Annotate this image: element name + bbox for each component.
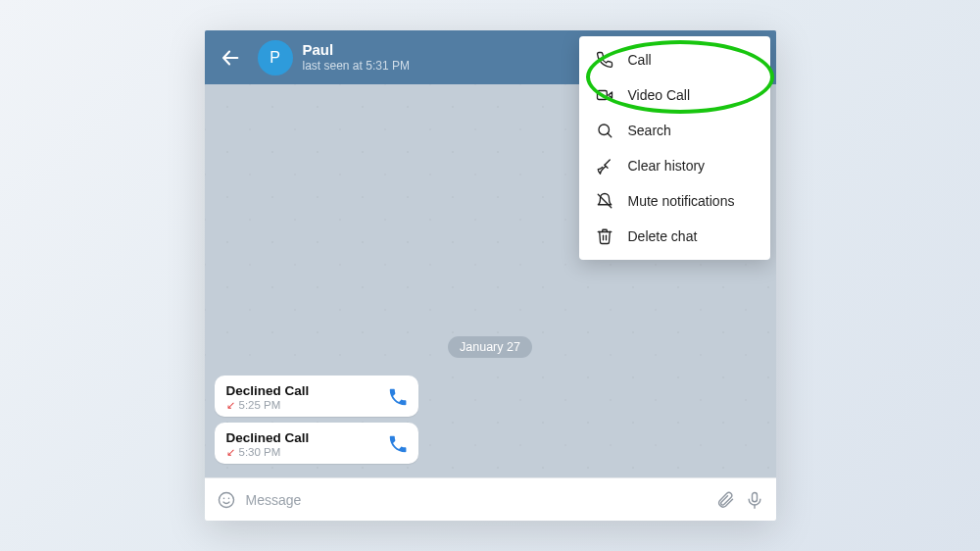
back-button[interactable]: [217, 44, 244, 72]
message-bubble[interactable]: Declined Call ↙ 5:30 PM: [215, 423, 418, 464]
svg-marker-7: [608, 92, 612, 98]
avatar-initial: P: [270, 49, 280, 67]
microphone-icon: [745, 490, 764, 510]
message-bubble[interactable]: Declined Call ↙ 5:25 PM: [215, 376, 418, 417]
arrow-left-icon: [220, 47, 241, 69]
context-menu: Call Video Call Search Clear history Mut…: [579, 36, 770, 260]
date-separator: January 27: [448, 336, 532, 358]
call-title: Declined Call: [226, 383, 379, 398]
paperclip-icon: [715, 490, 735, 510]
call-time: 5:25 PM: [239, 399, 281, 411]
bell-off-icon: [595, 192, 614, 210]
contact-avatar[interactable]: P: [258, 40, 293, 75]
call-time: 5:30 PM: [239, 446, 281, 458]
contact-name: Paul: [303, 41, 410, 58]
call-declined-arrow-icon: ↙: [226, 400, 235, 411]
menu-item-mute-notifications[interactable]: Mute notifications: [579, 183, 770, 219]
menu-item-delete-chat[interactable]: Delete chat: [579, 219, 770, 254]
menu-item-label: Clear history: [628, 158, 706, 174]
contact-title-block[interactable]: Paul last seen at 5:31 PM: [303, 41, 410, 73]
trash-icon: [595, 227, 614, 245]
menu-item-label: Video Call: [628, 87, 691, 103]
voice-message-button[interactable]: [745, 490, 764, 510]
message-input-bar: [205, 477, 776, 521]
menu-item-label: Mute notifications: [628, 193, 735, 209]
svg-point-3: [227, 497, 229, 499]
emoji-icon: [217, 490, 236, 510]
menu-item-label: Search: [628, 123, 671, 138]
phone-icon[interactable]: [387, 433, 409, 455]
emoji-button[interactable]: [217, 490, 236, 510]
phone-icon[interactable]: [387, 386, 409, 408]
search-icon: [595, 122, 614, 139]
call-title: Declined Call: [226, 430, 379, 445]
attach-button[interactable]: [715, 490, 735, 510]
chat-window: P Paul last seen at 5:31 PM January 27 D…: [205, 30, 776, 521]
contact-status: last seen at 5:31 PM: [303, 60, 410, 74]
menu-item-search[interactable]: Search: [579, 113, 770, 148]
menu-item-call[interactable]: Call: [579, 42, 770, 77]
call-declined-arrow-icon: ↙: [226, 447, 235, 458]
menu-item-label: Call: [628, 52, 652, 68]
video-icon: [595, 86, 614, 104]
broom-icon: [595, 157, 614, 175]
svg-point-2: [222, 497, 224, 499]
menu-item-label: Delete chat: [628, 228, 698, 244]
message-input[interactable]: [246, 492, 706, 508]
svg-point-1: [219, 492, 233, 507]
svg-line-9: [608, 133, 612, 137]
svg-rect-4: [752, 492, 757, 501]
svg-rect-6: [597, 91, 607, 100]
phone-icon: [595, 51, 614, 69]
menu-item-video-call[interactable]: Video Call: [579, 77, 770, 113]
menu-item-clear-history[interactable]: Clear history: [579, 148, 770, 183]
